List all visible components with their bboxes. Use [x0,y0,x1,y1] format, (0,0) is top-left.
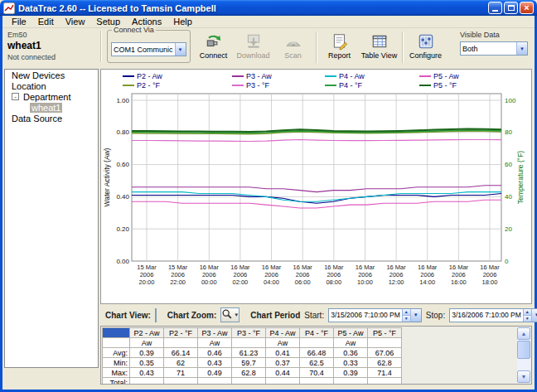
minimize-button[interactable] [488,2,502,14]
chart-period-stop[interactable]: 3/16/2006 7:10:00 PM ▲▼ ▼ [449,308,537,322]
start-value: 3/15/2006 7:10:00 PM [329,311,402,319]
status-bar [2,385,535,390]
legend-swatch-icon [123,85,134,86]
stats-cell: 0.44 [266,368,300,378]
stats-cell: 62.5 [300,358,334,368]
chart-period-start[interactable]: 3/15/2006 7:10:00 PM ▲▼ ▼ [328,308,422,322]
tree-item-label: New Devices [10,70,66,80]
toolbar-button-connect[interactable]: Connect [194,30,234,65]
svg-text:06:00: 06:00 [295,278,311,286]
menu-file[interactable]: File [6,17,32,27]
chevron-down-icon[interactable]: ▼ [516,42,527,55]
svg-text:16 Mar: 16 Mar [386,264,406,271]
connect-via-label: Connect Via [112,26,156,34]
svg-text:16 Mar: 16 Mar [324,264,344,271]
visible-data-select[interactable]: Both ▼ [460,41,528,56]
stop-label: Stop: [426,311,445,320]
units-cell: Aw [198,338,232,348]
menu-view[interactable]: View [60,17,91,27]
chart-view-label: Chart View: [105,311,151,320]
spin-up-icon[interactable]: ▲ [524,309,531,315]
table-scrollbar[interactable]: ▲ ▼ [517,327,530,383]
maximize-button[interactable] [504,2,518,14]
menu-edit[interactable]: Edit [32,17,60,27]
units-cell: Aw [334,338,368,348]
svg-text:16 Mar: 16 Mar [293,264,313,271]
stats-cell [266,378,300,385]
device-status: Not connected [7,53,100,61]
visible-data-label: Visible Data [460,31,528,39]
legend-swatch-icon [232,75,244,77]
stats-cell [130,378,164,385]
connect-via-group: Connect Via COM1 Communic ▼ [107,30,191,63]
port-select[interactable]: COM1 Communic ▼ [111,42,186,56]
scrollbar-thumb[interactable] [517,341,530,359]
svg-text:20:00: 20:00 [139,278,155,286]
report-icon [331,32,349,51]
spin-up-icon[interactable]: ▲ [403,309,410,315]
legend-label: P3 - Aw [246,72,272,80]
svg-text:2006: 2006 [483,271,497,278]
maximize-icon [508,5,515,11]
menu-help[interactable]: Help [167,17,198,27]
toolbar-button-configure[interactable]: Configure [406,30,446,65]
stats-cell: 0.37 [266,358,300,368]
toolbar-button-report[interactable]: Report [320,30,360,65]
chart-period-label: Chart Period [250,311,300,320]
spinner-control[interactable]: ▲▼ [402,309,410,322]
scroll-down-icon[interactable]: ▼ [517,370,530,383]
svg-text:2006: 2006 [452,271,466,278]
sidebar-item-department[interactable]: -Department [5,91,98,102]
tree-item-label: Department [22,92,72,102]
legend-item-p4-f: P4 - °F [325,81,362,90]
stats-cell: 62 [164,358,198,368]
chart-zoom-button[interactable]: ▼ [220,307,239,322]
sidebar-item-location[interactable]: Location [5,80,98,91]
svg-text:Water Activity (Aw): Water Activity (Aw) [103,148,111,206]
units-cell [368,338,402,348]
visible-data-group: Visible Data Both ▼ [460,28,528,56]
chart-controls: Chart View: Tab ▼ Chart Zoom: ▼ Chart Pe… [100,306,532,324]
units-cell [300,338,334,348]
chevron-down-icon[interactable]: ▼ [410,309,421,322]
row-label: Avg: [103,348,130,358]
toolbar-button-label: Table View [361,51,397,60]
toolbar-button-table-view[interactable]: Table View [360,30,399,65]
svg-text:12:00: 12:00 [389,278,404,286]
chart-plot[interactable]: 1.000.800.600.400.200.0010080604020015 M… [102,90,530,306]
legend-label: P5 - Aw [433,72,459,80]
tree-item-label: Location [10,81,48,91]
chevron-down-icon[interactable]: ▼ [531,309,537,322]
stats-cell: 70.4 [300,368,334,378]
scroll-up-icon[interactable]: ▲ [517,327,530,340]
scan-icon [284,32,302,51]
toolbar: ConnectDownloadScanReportTable ViewConfi… [194,30,446,65]
legend-item-p5-f: P5 - °F [419,81,457,90]
svg-text:16 Mar: 16 Mar [480,264,500,271]
stats-cell: 0.35 [130,358,164,368]
stats-cell [198,378,232,385]
chevron-down-icon[interactable]: ▼ [175,43,186,56]
stats-cell [164,378,198,385]
legend-swatch-icon [325,75,336,77]
svg-text:16 Mar: 16 Mar [262,264,282,271]
sidebar-item-wheat1[interactable]: wheat1 [5,102,98,113]
stats-row-avg: Avg:0.3966.140.4661.230.4166.480.3667.06 [103,348,402,358]
close-button[interactable]: × [520,2,534,14]
collapse-icon[interactable]: - [12,93,19,100]
toolbar-button-label: Report [328,51,351,60]
svg-text:0: 0 [505,258,509,265]
legend-item-p4-aw: P4 - Aw [325,72,365,80]
svg-text:0.00: 0.00 [116,258,129,265]
units-cell [164,338,198,348]
sidebar-item-new-devices[interactable]: New Devices [5,70,98,80]
spinner-control[interactable]: ▲▼ [523,309,531,322]
legend-label: P3 - °F [246,81,269,90]
legend-swatch-icon [419,75,431,77]
svg-text:2006: 2006 [327,271,341,278]
chart-view-select[interactable]: Tab ▼ [155,308,157,322]
sidebar-item-data-source[interactable]: Data Source [5,113,98,123]
spin-down-icon[interactable]: ▼ [403,315,410,322]
spin-down-icon[interactable]: ▼ [524,315,531,322]
legend-label: P4 - °F [339,81,362,90]
